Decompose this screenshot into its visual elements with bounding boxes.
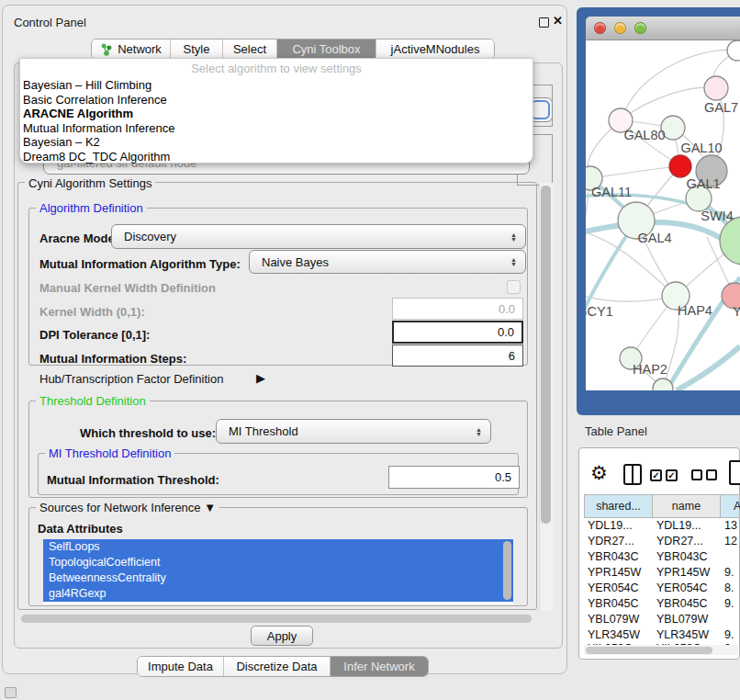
mi-threshold-field[interactable]: 0.5 — [388, 466, 520, 489]
node-label: GAL10 — [680, 141, 722, 155]
node-label: GAL7 — [704, 100, 738, 115]
threshold-definition-title: Threshold Definition — [36, 394, 150, 408]
dpi-tolerance-label: DPI Tolerance [0,1]: — [39, 328, 150, 342]
sources-group-title[interactable]: Sources for Network Inference ▼ — [36, 501, 219, 514]
panel-title: Control Panel — [14, 16, 86, 29]
node-label: GAL11 — [591, 185, 632, 199]
which-threshold-value: MI Threshold — [217, 424, 476, 438]
node-label: HAP4 — [678, 303, 712, 318]
unchecked-checkbox-icon[interactable] — [691, 469, 702, 480]
network-canvas[interactable]: GAL7 GAL80 GAL10 GAL1 SWI4 GAL11 GAL4 GC… — [586, 40, 740, 390]
table-row[interactable]: YDL19...YDL19...13 — [584, 518, 740, 534]
control-panel-tabs: Network Style Select Cyni Toolbox jActiv… — [91, 39, 495, 60]
mi-type-combo[interactable]: Naive Bayes ▲▼ — [249, 250, 526, 274]
which-threshold-label: Which threshold to use: — [80, 426, 216, 440]
node-gal1[interactable] — [669, 155, 691, 177]
combo-arrows-icon: ▲▼ — [510, 257, 517, 266]
table-row[interactable]: YDR27...YDR27...12 — [584, 534, 740, 549]
tab-cyni-toolbox[interactable]: Cyni Toolbox — [277, 40, 376, 59]
list-item[interactable]: gal4RGexp — [43, 586, 513, 602]
table-row[interactable]: YBR045CYBR045C9. — [584, 596, 740, 612]
mi-type-value: Naive Bayes — [250, 255, 510, 269]
screen: Control Panel ✕ Network Style Select Cyn… — [0, 0, 740, 700]
kernel-width-label: Kernel Width (0,1): — [39, 305, 145, 319]
control-panel-window: Control Panel ✕ Network Style Select Cyn… — [2, 5, 567, 674]
checked-checkbox-icon[interactable]: ✓ — [666, 469, 678, 481]
table-row[interactable]: YBR043CYBR043C — [584, 549, 740, 565]
tab-discretize-data[interactable]: Discretize Data — [224, 657, 331, 676]
corner-widget-icon[interactable] — [5, 687, 17, 698]
dropdown-item[interactable]: Bayesian – Hill Climbing — [20, 78, 533, 93]
combo-arrows-icon: ▲▼ — [510, 232, 517, 242]
dropdown-item[interactable]: Dream8 DC_TDC Algorithm — [20, 150, 533, 164]
dropdown-item-selected[interactable]: ARACNE Algorithm — [20, 107, 533, 121]
node-label: GAL1 — [686, 176, 720, 191]
apply-button[interactable]: Apply — [251, 626, 313, 646]
close-icon[interactable]: ✕ — [553, 14, 563, 28]
list-item[interactable]: TopologicalCoefficient — [43, 555, 513, 570]
horizontal-scrollbar[interactable] — [21, 615, 532, 623]
dropdown-item[interactable]: Basic Correlation Inference — [20, 93, 533, 107]
columns-icon[interactable] — [623, 464, 642, 485]
list-scrollbar[interactable] — [503, 541, 511, 600]
list-item[interactable]: SelfLoops — [43, 539, 513, 555]
data-attributes-list: SelfLoops TopologicalCoefficient Between… — [43, 539, 513, 604]
tab-select[interactable]: Select — [223, 40, 277, 59]
node[interactable] — [727, 40, 740, 61]
gear-icon[interactable]: ⚙ — [590, 462, 608, 484]
dropdown-item[interactable]: Mutual Information Inference — [20, 121, 533, 136]
zoom-traffic-light[interactable] — [634, 22, 646, 34]
aracne-mode-value: Discovery — [112, 230, 510, 243]
dpi-tolerance-field[interactable]: 0.0 — [392, 321, 523, 344]
node-label: GAL80 — [623, 128, 665, 142]
mi-threshold-label: Mutual Information Threshold: — [47, 473, 219, 487]
node-partial[interactable] — [653, 378, 673, 390]
vertical-scrollbar-thumb[interactable] — [541, 186, 551, 524]
combo-arrows-icon: ▲▼ — [476, 427, 482, 436]
cyni-bottom-tabs: Impute Data Discretize Data Infer Networ… — [137, 656, 429, 677]
combo-focus-ring — [531, 100, 550, 119]
node-label: Y — [733, 304, 740, 319]
table-header: shared... name A — [584, 494, 740, 518]
table-row[interactable]: YBL079WYBL079W — [584, 612, 740, 627]
aracne-mode-combo[interactable]: Discovery ▲▼ — [111, 224, 526, 249]
expand-arrow-icon[interactable]: ▶ — [256, 371, 265, 385]
network-window-titlebar[interactable] — [586, 17, 740, 40]
node-label: SWI4 — [701, 209, 733, 223]
mi-threshold-group-title: MI Threshold Definition — [45, 446, 174, 460]
node-gal7[interactable] — [704, 76, 728, 100]
dropdown-prompt: Select algorithm to view settings — [20, 59, 533, 78]
table-hscrollbar-thumb[interactable] — [586, 647, 712, 654]
tab-network[interactable]: Network — [92, 40, 171, 59]
table-row[interactable]: YPR145WYPR145W9. — [584, 565, 740, 581]
hub-definition-label: Hub/Transcription Factor Definition — [39, 372, 223, 386]
list-item[interactable]: BetweennessCentrality — [43, 570, 513, 586]
column-header-shared[interactable]: shared... — [584, 494, 653, 518]
aracne-mode-label: Aracne Mode: — [39, 231, 118, 245]
tab-impute-data[interactable]: Impute Data — [138, 657, 224, 676]
which-threshold-combo[interactable]: MI Threshold ▲▼ — [216, 419, 491, 444]
checked-checkbox-icon[interactable]: ✓ — [650, 469, 662, 481]
algorithm-definition-title: Algorithm Definition — [36, 201, 147, 215]
document-icon[interactable] — [729, 460, 740, 485]
tab-label: Network — [118, 42, 162, 56]
table-panel-title: Table Panel — [585, 424, 647, 438]
column-header-name[interactable]: name — [653, 494, 721, 518]
tab-infer-network[interactable]: Infer Network — [331, 657, 428, 676]
table-row[interactable]: YER054CYER054C8. — [584, 581, 740, 596]
tab-jactivemnodules[interactable]: jActiveMNodules — [376, 40, 494, 59]
manual-kernel-checkbox[interactable] — [507, 280, 521, 294]
mi-type-label: Mutual Information Algorithm Type: — [39, 257, 241, 271]
minimize-traffic-light[interactable] — [614, 22, 626, 34]
float-window-icon[interactable] — [539, 17, 549, 28]
column-header-partial[interactable]: A — [721, 494, 740, 518]
dropdown-item[interactable]: Bayesian – K2 — [20, 135, 533, 150]
tab-style[interactable]: Style — [171, 40, 223, 59]
node-green-large[interactable] — [720, 217, 740, 265]
mi-steps-field[interactable]: 6 — [392, 344, 523, 367]
close-traffic-light[interactable] — [594, 22, 606, 34]
data-attributes-label: Data Attributes — [38, 522, 123, 536]
algorithm-dropdown-popup: Select algorithm to view settings Bayesi… — [19, 58, 533, 164]
kernel-width-field[interactable]: 0.0 — [392, 298, 523, 320]
unchecked-checkbox-icon[interactable] — [706, 469, 717, 480]
